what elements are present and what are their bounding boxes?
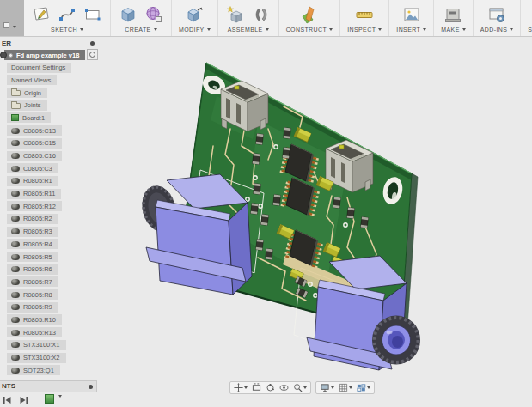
dropdown-caret-icon bbox=[462, 28, 466, 31]
browser-item-label: R0805:R2 bbox=[23, 215, 52, 222]
browser-item[interactable]: Origin bbox=[0, 88, 85, 98]
browser-item[interactable]: R0805:R7 bbox=[0, 276, 85, 287]
toolbar-group-create: CREATE bbox=[111, 0, 172, 36]
browser-item[interactable]: C0805:C13 bbox=[0, 125, 85, 136]
browser-item-label: R0805:R11 bbox=[23, 190, 55, 197]
insert-canvas-icon[interactable] bbox=[401, 4, 422, 25]
browser-item[interactable]: R0805:R10 bbox=[0, 314, 85, 325]
toolbar-group-inspect: INSPECT bbox=[340, 0, 389, 36]
fit-icon[interactable] bbox=[252, 383, 261, 392]
new-component-icon[interactable] bbox=[225, 4, 246, 25]
joint-icon[interactable] bbox=[251, 4, 272, 25]
visibility-eye-icon[interactable] bbox=[11, 355, 20, 361]
comments-panel-header[interactable]: NTS bbox=[0, 380, 97, 392]
dropdown-caret-icon bbox=[266, 28, 269, 31]
scripts-addins-icon[interactable] bbox=[486, 4, 507, 25]
navigation-bar bbox=[229, 381, 375, 394]
viewports-icon[interactable] bbox=[357, 383, 370, 392]
browser-item[interactable]: R0805:R13 bbox=[0, 327, 85, 337]
skip-to-end-icon[interactable] bbox=[17, 394, 28, 405]
cropped-workspace-control[interactable] bbox=[0, 0, 24, 36]
browser-item[interactable]: R0805:R12 bbox=[0, 201, 85, 211]
display-settings-icon[interactable] bbox=[320, 383, 334, 392]
document-gear-icon[interactable] bbox=[87, 49, 98, 60]
visibility-eye-icon[interactable] bbox=[11, 304, 20, 310]
browser-item[interactable]: Joints bbox=[0, 100, 85, 111]
visibility-eye-icon[interactable] bbox=[11, 228, 20, 234]
toolbar-group-label: CONSTRUCT bbox=[286, 27, 327, 33]
dropdown-caret-icon bbox=[207, 28, 211, 31]
browser-item[interactable]: R0805:R6 bbox=[0, 264, 85, 275]
visibility-eye-icon[interactable] bbox=[11, 292, 20, 298]
toolbar-group-modify: MODIFY bbox=[172, 0, 218, 36]
browser-item[interactable]: C0805:C15 bbox=[0, 138, 85, 149]
browser-item[interactable]: C0805:C3 bbox=[0, 163, 85, 173]
visibility-eye-icon[interactable] bbox=[11, 216, 20, 222]
visibility-eye-icon[interactable] bbox=[11, 178, 20, 184]
browser-item-root[interactable]: Fd amp example v18 bbox=[0, 50, 85, 60]
browser-item[interactable]: C0805:C16 bbox=[0, 151, 85, 161]
toolbar-group-label: ADD-INS bbox=[480, 27, 508, 33]
visibility-eye-icon[interactable] bbox=[11, 166, 20, 172]
press-pull-icon[interactable] bbox=[184, 4, 205, 25]
visibility-eye-icon[interactable] bbox=[11, 241, 20, 247]
visibility-eye-icon[interactable] bbox=[11, 317, 20, 323]
toolbar-group-make: MAKE bbox=[434, 0, 473, 36]
visibility-eye-icon[interactable] bbox=[11, 266, 20, 272]
look-at-icon[interactable] bbox=[279, 383, 289, 392]
browser-item[interactable]: STX3100:X2 bbox=[0, 353, 85, 363]
workspace-icon bbox=[3, 22, 9, 28]
visibility-eye-icon[interactable] bbox=[11, 140, 20, 146]
visibility-eye-icon[interactable] bbox=[11, 342, 20, 348]
browser-item[interactable]: R0805:R8 bbox=[0, 289, 85, 300]
visibility-eye-icon[interactable] bbox=[11, 254, 20, 260]
browser-item[interactable]: R0805:R5 bbox=[0, 252, 85, 262]
panel-collapse-icon[interactable] bbox=[89, 385, 93, 389]
orbit-icon[interactable] bbox=[266, 383, 275, 392]
browser-item-label: R0805:R12 bbox=[23, 203, 56, 210]
folder-icon bbox=[11, 90, 21, 96]
component-activate-icon[interactable] bbox=[0, 52, 7, 58]
browser-item[interactable]: Named Views bbox=[0, 75, 85, 85]
visibility-eye-icon[interactable] bbox=[11, 191, 20, 197]
browser-item[interactable]: Document Settings bbox=[0, 63, 85, 73]
visibility-eye-icon[interactable] bbox=[11, 153, 20, 159]
browser-item[interactable]: R0805:R2 bbox=[0, 214, 85, 224]
browser-item[interactable]: R0805:R3 bbox=[0, 227, 85, 237]
mesh-sphere-icon[interactable] bbox=[144, 4, 164, 25]
panel-collapse-icon[interactable] bbox=[90, 41, 95, 46]
browser-item[interactable]: R0805:R4 bbox=[0, 239, 85, 249]
browser-item[interactable]: SOT23:Q1 bbox=[0, 365, 85, 375]
visibility-eye-icon[interactable] bbox=[11, 368, 20, 374]
visibility-eye-icon[interactable] bbox=[11, 204, 20, 210]
measure-icon[interactable] bbox=[354, 4, 375, 25]
skip-to-start-icon[interactable] bbox=[2, 394, 13, 405]
capture-position-icon[interactable] bbox=[45, 394, 54, 404]
visibility-eye-icon[interactable] bbox=[11, 279, 20, 285]
construct-plane-icon[interactable] bbox=[299, 4, 320, 25]
dropdown-caret-icon bbox=[244, 386, 248, 389]
visibility-eye-icon[interactable] bbox=[11, 128, 20, 134]
dropdown-caret-icon bbox=[329, 28, 333, 31]
pan-icon[interactable] bbox=[234, 383, 248, 392]
browser-item[interactable]: R0805:R1 bbox=[0, 176, 85, 186]
dropdown-caret-icon bbox=[510, 28, 513, 31]
extrude-box-icon[interactable] bbox=[118, 4, 138, 25]
browser-item-label: Fd amp example v18 bbox=[16, 52, 79, 59]
zoom-icon[interactable] bbox=[293, 383, 307, 392]
visibility-eye-icon[interactable] bbox=[11, 330, 20, 336]
browser-item[interactable]: STX3100:X1 bbox=[0, 340, 85, 350]
grid-icon[interactable] bbox=[339, 383, 352, 392]
browser-item[interactable]: R0805:R11 bbox=[0, 189, 85, 199]
toolbar-group-label: MAKE bbox=[441, 27, 459, 33]
dropdown-caret-icon bbox=[303, 386, 307, 389]
browser-item[interactable]: R0805:R9 bbox=[0, 302, 85, 313]
board-body-icon bbox=[11, 114, 19, 121]
browser-item[interactable]: Board:1 bbox=[0, 112, 85, 123]
3d-print-icon[interactable] bbox=[443, 4, 463, 25]
browser-item-label: C0805:C13 bbox=[23, 127, 56, 135]
two-point-rectangle-icon[interactable] bbox=[83, 4, 103, 25]
spline-icon[interactable] bbox=[57, 4, 77, 25]
create-sketch-icon[interactable] bbox=[31, 4, 52, 25]
toolbar-group-construct: CONSTRUCT bbox=[279, 0, 341, 36]
